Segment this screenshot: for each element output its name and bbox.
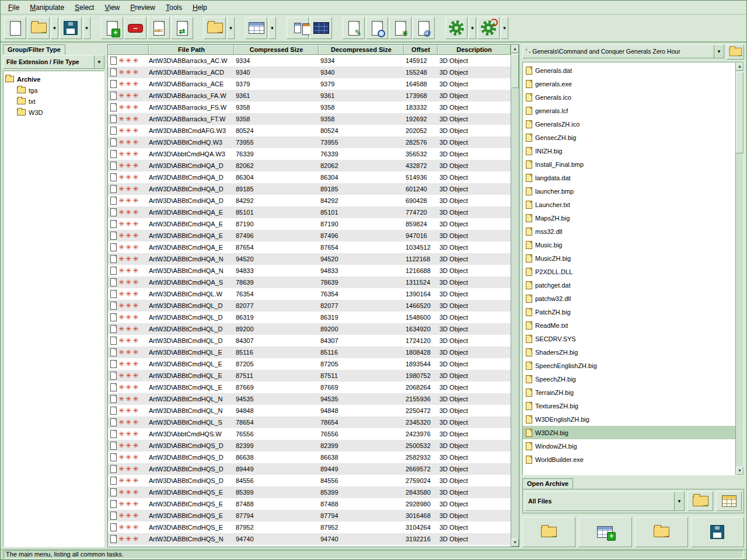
- menu-tools[interactable]: Tools: [160, 2, 187, 13]
- up-folder-button[interactable]: [727, 44, 744, 60]
- replace-file-button[interactable]: [171, 17, 193, 39]
- table-row[interactable]: ✳✳✳ArtW3D\ABBtCmdHQS_E853998539928435803…: [108, 487, 511, 498]
- table-row[interactable]: ✳✳✳ArtW3D\AbbtCmdHQS.W765567655624239763…: [108, 428, 511, 440]
- search-files-button[interactable]: [366, 17, 388, 39]
- table-row[interactable]: ✳✳✳ArtW3D\ABBtCmdHQL_E875118751119807523…: [108, 370, 511, 382]
- table-row[interactable]: ✳✳✳ArtW3D\AbbtCmdHQA.W376339763393565323…: [108, 148, 511, 160]
- tree-item-W3D[interactable]: W3D: [17, 107, 102, 118]
- table-row[interactable]: ✳✳✳ArtW3D\ABBtCmdHQL_S786547865423453203…: [108, 416, 511, 428]
- table-row[interactable]: ✳✳✳ArtW3D\ABBtCmdHQL_E872058720518935443…: [108, 358, 511, 370]
- file-list-item[interactable]: ReadMe.txt: [523, 318, 735, 332]
- file-list-item[interactable]: PatchZH.big: [523, 305, 735, 318]
- table-row[interactable]: ✳✳✳ArtW3D\ABBtCmdHQL_D892008920016349203…: [108, 323, 511, 335]
- table-row[interactable]: ✳✳✳ArtW3D\ABBtCmdHQS_D894498944926695723…: [108, 463, 511, 475]
- file-list-item[interactable]: P2XDLL.DLL: [523, 265, 735, 278]
- open-archive-big-button[interactable]: [522, 517, 575, 547]
- file-filter-combo[interactable]: All Files ▼: [525, 491, 685, 511]
- table-row[interactable]: ✳✳✳ArtW3D\ABBtCmdHQS_D823998239925005323…: [108, 440, 511, 452]
- open-archive-tab[interactable]: Open Archive: [522, 478, 573, 489]
- table-row[interactable]: ✳✳✳ArtW3D\ABBarracks_FA.W936193611739683…: [108, 90, 511, 102]
- scroll-up-icon[interactable]: ▲: [511, 45, 519, 53]
- path-combo[interactable]: ' - Generals\Command and Conquer General…: [522, 44, 724, 58]
- file-list-item[interactable]: generals.exe: [523, 77, 735, 90]
- file-list-item[interactable]: SECDRV.SYS: [523, 332, 735, 345]
- chevron-down-icon[interactable]: ▼: [714, 45, 724, 58]
- menu-view[interactable]: View: [99, 2, 125, 13]
- table-row[interactable]: ✳✳✳ArtW3D\ABBtCmdHQL_E876698766920682643…: [108, 382, 511, 393]
- split-view-button[interactable]: [287, 17, 309, 39]
- file-list-item[interactable]: ShadersZH.big: [523, 345, 735, 359]
- list-scroll-thumb[interactable]: [736, 72, 743, 153]
- open-archive-button[interactable]: [27, 17, 50, 39]
- browse-archive-button[interactable]: [687, 491, 713, 511]
- table-row[interactable]: ✳✳✳ArtW3D\ABBtCmdHQL_D820778207714665203…: [108, 300, 511, 312]
- table-row[interactable]: ✳✳✳ArtW3D\ABBtCmdAFG.W380524805242020523…: [108, 125, 511, 136]
- file-list-item[interactable]: GeneralsZH.ico: [523, 117, 735, 131]
- file-list-item[interactable]: TexturesZH.big: [523, 399, 735, 412]
- table-row[interactable]: ✳✳✳ArtW3D\ABBtCmdHQA_D82062820624328723D…: [108, 160, 511, 172]
- file-list-item[interactable]: W3DZH.big: [523, 426, 735, 439]
- header-decompressed-size[interactable]: Decompressed Size: [319, 45, 404, 55]
- archive-grid-button[interactable]: [716, 491, 742, 511]
- table-row[interactable]: ✳✳✳ArtW3D\ABBtCmdHQA_N945209452011221683…: [108, 253, 511, 265]
- table-row[interactable]: ✳✳✳ArtW3D\ABBtCmdHQL_D843078430717241203…: [108, 335, 511, 346]
- table-row[interactable]: ✳✳✳ArtW3D\ABBtCmdHQL.W763547635413901643…: [108, 288, 511, 300]
- table-row[interactable]: ✳✳✳ArtW3D\ABBtCmdHQ.W373955739552825763D…: [108, 136, 511, 148]
- table-row[interactable]: ✳✳✳ArtW3D\ABBarracks_FS.W935893581833323…: [108, 102, 511, 113]
- file-info-button[interactable]: [413, 17, 435, 39]
- file-list-item[interactable]: W3DEnglishZH.big: [523, 412, 735, 426]
- table-row[interactable]: ✳✳✳ArtW3D\ABBarracks_ACE937993791645883D…: [108, 78, 511, 90]
- open-archive-button-dropdown[interactable]: ▼: [51, 17, 58, 39]
- chevron-down-icon[interactable]: ▼: [94, 55, 104, 68]
- file-list-item[interactable]: MusicZH.big: [523, 251, 735, 265]
- file-list-item[interactable]: SpeechZH.big: [523, 372, 735, 386]
- run-tool-button[interactable]: [477, 17, 500, 39]
- file-settings-button[interactable]: [389, 17, 411, 39]
- file-list-item[interactable]: Launcher.txt: [523, 198, 735, 211]
- file-list-item[interactable]: Generals.dat: [523, 64, 735, 77]
- scroll-up-icon[interactable]: ▲: [736, 62, 743, 71]
- table-row[interactable]: ✳✳✳ArtW3D\ABBtCmdHQS_D845568455627590243…: [108, 475, 511, 487]
- file-list-item[interactable]: WorldBuilder.exe: [523, 453, 735, 466]
- file-list-item[interactable]: Generals.ico: [523, 90, 735, 104]
- table-row[interactable]: ✳✳✳ArtW3D\ABBarracks_AC.W933493341459123…: [108, 55, 511, 66]
- save-archive-button[interactable]: [60, 17, 82, 39]
- file-list-item[interactable]: MapsZH.big: [523, 211, 735, 225]
- add-file-button[interactable]: [101, 17, 123, 39]
- add-to-archive-big-button[interactable]: [578, 517, 631, 547]
- menu-help[interactable]: Help: [187, 2, 212, 13]
- header-compressed-size[interactable]: Compressed Size: [234, 45, 319, 55]
- delete-file-button[interactable]: [124, 17, 146, 39]
- group-filter-tab[interactable]: Group/Filter Type: [3, 44, 65, 55]
- table-row[interactable]: ✳✳✳ArtW3D\ABBtCmdHQA_E87496874969470163D…: [108, 230, 511, 242]
- list-scroll-track[interactable]: [736, 71, 743, 467]
- chevron-down-icon[interactable]: ▼: [674, 492, 684, 510]
- file-list-item[interactable]: TerrainZH.big: [523, 386, 735, 399]
- table-row[interactable]: ✳✳✳ArtW3D\ABBtCmdHQL_D863198631915486003…: [108, 312, 511, 323]
- view-list-button[interactable]: [245, 17, 267, 39]
- header-offset[interactable]: Offset: [404, 45, 438, 55]
- tree-item-txt[interactable]: txt: [17, 96, 102, 107]
- extract-big-button[interactable]: [635, 517, 688, 547]
- scroll-down-icon[interactable]: ▼: [511, 538, 519, 547]
- tree-item-archive[interactable]: Archive: [5, 74, 102, 85]
- tools-settings-button[interactable]: [445, 17, 467, 39]
- table-scroll-track[interactable]: [511, 53, 519, 538]
- table-row[interactable]: ✳✳✳ArtW3D\ABBtCmdHQL_N945359453521559363…: [108, 393, 511, 405]
- rename-file-button[interactable]: [148, 17, 170, 39]
- edit-file-button[interactable]: [343, 17, 365, 39]
- table-row[interactable]: ✳✳✳ArtW3D\ABBtCmdHQL_N948489484822504723…: [108, 405, 511, 416]
- scroll-down-icon[interactable]: ▼: [736, 467, 743, 475]
- menu-file[interactable]: File: [3, 2, 25, 13]
- file-list-item[interactable]: launcher.bmp: [523, 184, 735, 198]
- table-row[interactable]: ✳✳✳ArtW3D\ABBtCmdHQA_E876548765410345123…: [108, 242, 511, 253]
- file-list-item[interactable]: patchw32.dll: [523, 292, 735, 305]
- file-list-item[interactable]: GensecZH.big: [523, 131, 735, 144]
- table-row[interactable]: ✳✳✳ArtW3D\ABBtCmdHQA_E87190871908598243D…: [108, 218, 511, 230]
- save-archive-button-dropdown[interactable]: ▼: [83, 17, 90, 39]
- table-row[interactable]: ✳✳✳ArtW3D\ABBtCmdHQS_E874888748829289803…: [108, 498, 511, 510]
- file-list-item[interactable]: generals.lcf: [523, 104, 735, 117]
- save-big-button[interactable]: [691, 517, 744, 547]
- table-row[interactable]: ✳✳✳ArtW3D\ABBarracks_FT.W935893581926923…: [108, 113, 511, 125]
- file-list-item[interactable]: SpeechEnglishZH.big: [523, 359, 735, 372]
